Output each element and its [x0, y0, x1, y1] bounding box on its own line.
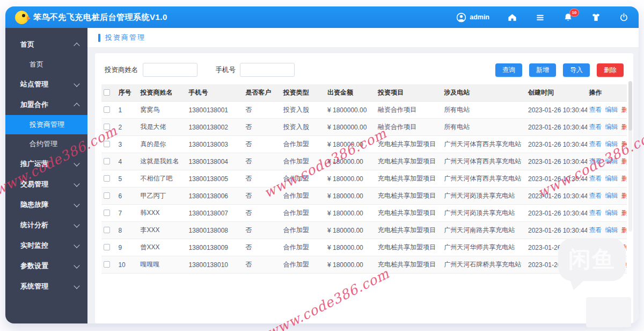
delete-link[interactable]: 删除: [621, 140, 627, 148]
sidebar-item-加盟合作[interactable]: 加盟合作: [5, 95, 87, 115]
query-button[interactable]: 查询: [495, 63, 522, 77]
chevron-down-icon: [74, 283, 79, 289]
cell-name: 不相信了吧: [138, 170, 187, 188]
sidebar-item-统计分析[interactable]: 统计分析: [5, 215, 87, 235]
edit-link[interactable]: 编辑: [605, 157, 618, 165]
sidebar-item-label: 实时监控: [20, 241, 48, 250]
view-link[interactable]: 查看: [589, 192, 602, 199]
edit-link[interactable]: 编辑: [605, 226, 618, 234]
phone-input[interactable]: [240, 63, 295, 77]
sidebar-item-交易管理[interactable]: 交易管理: [5, 174, 87, 195]
delete-link[interactable]: 删除: [621, 192, 627, 199]
select-all-checkbox[interactable]: [104, 89, 110, 96]
page-title: 投资商管理: [105, 33, 145, 42]
view-link[interactable]: 查看: [589, 140, 602, 148]
row-checkbox[interactable]: [104, 261, 110, 268]
row-checkbox[interactable]: [104, 158, 110, 164]
sidebar-subitem-首页[interactable]: 首页: [5, 55, 87, 74]
sidebar-subitem-投资商管理[interactable]: 投资商管理: [5, 115, 87, 134]
table-row: 9曾XXX13800138009否合作加盟¥ 180000.00充电桩共享加盟项…: [101, 239, 627, 256]
view-link[interactable]: 查看: [589, 175, 602, 182]
add-button[interactable]: 新增: [529, 63, 556, 77]
row-checkbox[interactable]: [104, 244, 110, 250]
sidebar-item-系统管理[interactable]: 系统管理: [5, 276, 87, 297]
cell-type: 合作加盟: [281, 256, 325, 274]
sidebar-item-label: 首页: [20, 40, 34, 49]
cell-created: 2023-01-26 10:30:44: [526, 188, 587, 205]
edit-link[interactable]: 编辑: [605, 175, 618, 182]
sidebar-item-推广运营[interactable]: 推广运营: [5, 154, 87, 174]
cell-created: 2023-01-26 10:30:44: [526, 136, 587, 153]
delete-button[interactable]: 删除: [597, 63, 624, 77]
cell-no: 1: [116, 102, 138, 119]
edit-link[interactable]: 编辑: [605, 243, 618, 251]
edit-link[interactable]: 编辑: [605, 140, 618, 148]
view-link[interactable]: 查看: [589, 226, 602, 234]
cell-no: 5: [116, 170, 138, 188]
table-scrollbar[interactable]: [628, 81, 632, 232]
view-link[interactable]: 查看: [589, 106, 602, 113]
cell-amount: ¥ 1800000.00: [325, 119, 376, 136]
menu-icon[interactable]: [535, 12, 545, 23]
cell-actions: 查看编辑删除: [587, 239, 627, 256]
view-link[interactable]: 查看: [589, 157, 602, 165]
row-checkbox[interactable]: [104, 192, 110, 199]
row-checkbox[interactable]: [104, 227, 110, 233]
delete-link[interactable]: 删除: [621, 243, 627, 251]
cell-type: 合作加盟: [281, 222, 325, 239]
delete-link[interactable]: 删除: [621, 175, 627, 182]
cell-name: 甲乙丙丁: [138, 188, 187, 205]
import-button[interactable]: 导入: [563, 63, 590, 77]
view-link[interactable]: 查看: [589, 261, 602, 268]
delete-link[interactable]: 删除: [621, 157, 627, 165]
sidebar-subitem-合约管理[interactable]: 合约管理: [5, 134, 87, 154]
user-menu[interactable]: admin: [456, 12, 489, 23]
sidebar-item-站点管理[interactable]: 站点管理: [5, 74, 87, 95]
home-icon[interactable]: [507, 12, 517, 23]
cell-actions: 查看编辑删除: [587, 136, 627, 153]
view-link[interactable]: 查看: [589, 123, 602, 131]
cell-amount: ¥ 180000.00: [325, 222, 376, 239]
view-link[interactable]: 查看: [589, 243, 602, 251]
edit-link[interactable]: 编辑: [605, 192, 618, 199]
row-checkbox[interactable]: [104, 106, 110, 113]
sidebar-item-实时监控[interactable]: 实时监控: [5, 235, 87, 256]
cell-station: 所有电站: [442, 119, 526, 136]
bird-logo-icon: [15, 11, 28, 24]
cell-actions: 查看编辑删除: [587, 119, 627, 136]
table-row: 5不相信了吧13800138005否合作加盟¥ 180000.00充电桩共享加盟…: [101, 170, 627, 188]
cell-name: 曾XXX: [138, 239, 187, 256]
app-window: 笨鸟不先飞充电桩后台管理系统V1.0 admin: [5, 6, 639, 323]
user-avatar-icon: [456, 12, 466, 23]
theme-shirt-icon[interactable]: [591, 12, 601, 23]
cell-no: 9: [116, 239, 138, 256]
row-checkbox[interactable]: [104, 210, 110, 216]
edit-link[interactable]: 编辑: [605, 123, 618, 131]
edit-link[interactable]: 编辑: [605, 106, 618, 113]
delete-link[interactable]: 删除: [621, 106, 627, 113]
investor-name-input[interactable]: [143, 63, 197, 77]
sidebar-item-隐患故障[interactable]: 隐患故障: [5, 195, 87, 215]
power-icon[interactable]: [619, 12, 629, 23]
scrollbar-thumb[interactable]: [628, 81, 632, 131]
edit-link[interactable]: 编辑: [605, 209, 618, 217]
cell-amount: ¥ 180000.00: [325, 153, 376, 170]
cell-is_customer: 否: [243, 102, 281, 119]
view-link[interactable]: 查看: [589, 209, 602, 217]
cell-name: 韩XXX: [138, 205, 187, 222]
delete-link[interactable]: 删除: [621, 209, 627, 217]
row-checkbox[interactable]: [104, 175, 110, 182]
delete-link[interactable]: 删除: [621, 261, 627, 268]
sidebar-item-参数设置[interactable]: 参数设置: [5, 256, 87, 276]
notifications-button[interactable]: 10: [563, 12, 573, 23]
column-header-操作: 操作: [587, 84, 627, 102]
edit-link[interactable]: 编辑: [605, 261, 618, 268]
sidebar-item-首页[interactable]: 首页: [5, 34, 87, 55]
row-checkbox[interactable]: [104, 124, 110, 130]
cell-type: 合作加盟: [281, 205, 325, 222]
cell-phone: 13800138009: [187, 239, 244, 256]
cell-created: 2023-01-26 10:30:44: [526, 170, 587, 188]
delete-link[interactable]: 删除: [621, 226, 627, 234]
row-checkbox[interactable]: [104, 141, 110, 147]
delete-link[interactable]: 删除: [621, 123, 627, 131]
